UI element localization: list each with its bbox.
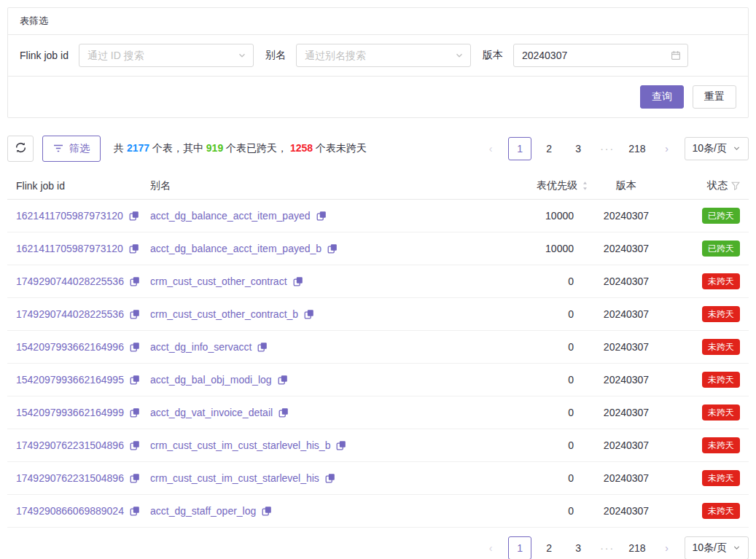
copy-icon[interactable] [129,243,139,254]
copy-icon[interactable] [130,506,140,516]
copy-icon[interactable] [130,375,140,385]
copy-icon[interactable] [130,407,140,418]
priority-value: 10000 [545,210,574,222]
page-ellipsis[interactable]: ··· [596,137,619,160]
status-badge: 未跨天 [702,404,740,421]
summary-suffix: 个表未跨天 [313,142,367,154]
flink-job-id-link[interactable]: 1749290762231504896 [16,439,124,451]
column-header-alias: 别名 [150,179,518,192]
version-date-picker[interactable] [513,44,688,67]
flink-job-id-input[interactable] [79,44,253,66]
page-last[interactable]: 218 [625,137,649,160]
copy-icon[interactable] [129,211,139,221]
copy-icon[interactable] [325,473,335,483]
page-3[interactable]: 3 [566,137,590,160]
prev-page-button[interactable]: ‹ [479,536,502,559]
alias-link[interactable]: acct_dg_balance_acct_item_payed_b [150,243,322,254]
table-body: 1621411705987973120 acct_dg_balance_acct… [7,200,749,528]
flink-job-id-label: Flink job id [20,50,69,61]
pagination-bottom-wrap: ‹ 1 2 3 ··· 218 › 10条/页 [7,536,749,559]
page-last[interactable]: 218 [625,536,649,559]
copy-icon[interactable] [257,342,268,352]
copy-icon[interactable] [293,276,303,286]
filter-button[interactable]: 筛选 [42,136,101,162]
copy-icon[interactable] [130,309,140,319]
alias-link[interactable]: acct_dg_balance_acct_item_payed [150,210,311,222]
alias-link[interactable]: acct_dg_staff_oper_log [150,505,256,517]
copy-icon[interactable] [262,506,272,516]
field-alias: 别名 [265,44,471,67]
flink-job-id-link[interactable]: 1621411705987973120 [16,243,123,254]
version-date-input[interactable] [514,44,687,66]
funnel-filter-icon[interactable] [731,181,740,190]
flink-job-id-link[interactable]: 1621411705987973120 [16,210,123,222]
priority-value: 0 [568,374,574,386]
version-value: 20240307 [604,243,649,254]
priority-value: 0 [568,275,574,287]
page-size-select[interactable]: 10条/页 [685,536,749,559]
copy-icon[interactable] [130,440,140,450]
alias-link[interactable]: crm_cust_cust_other_contract_b [150,308,298,320]
flink-job-id-select[interactable] [79,44,254,67]
priority-header-label: 表优先级 [537,179,577,192]
flink-job-id-link[interactable]: 1542097993662164996 [16,341,124,353]
page-1[interactable]: 1 [508,536,531,559]
copy-icon[interactable] [278,375,288,385]
alias-link[interactable]: acct_dg_info_servacct [150,341,252,353]
priority-value: 0 [568,341,574,353]
copy-icon[interactable] [304,309,314,319]
flink-job-id-link[interactable]: 1749290762231504896 [16,472,124,484]
status-badge: 已跨天 [702,241,740,257]
sync-icon [15,142,26,155]
search-button[interactable]: 查询 [640,85,684,109]
page-size-select[interactable]: 10条/页 [685,137,749,160]
copy-icon[interactable] [130,342,140,352]
alias-link[interactable]: acct_dg_bal_obj_modi_log [150,374,272,386]
flink-job-id-link[interactable]: 1749290744028225536 [16,308,124,320]
copy-icon[interactable] [336,440,346,450]
prev-page-button[interactable]: ‹ [479,137,502,160]
table-row: 1749290866069889024 acct_dg_staff_oper_l… [7,495,749,528]
alias-input[interactable] [297,44,470,66]
page-size-label: 10条/页 [693,542,727,555]
table-header-row: Flink job id 别名 表优先级 版本 状态 [7,172,749,200]
column-header-priority[interactable]: 表优先级 [518,179,588,192]
table-row: 1621411705987973120 acct_dg_balance_acct… [7,200,749,232]
copy-icon[interactable] [130,276,140,286]
alias-link[interactable]: crm_cust_cust_im_cust_starlevel_his_b [150,439,330,451]
summary-mid1: 个表，其中 [149,142,206,154]
status-badge: 未跨天 [702,470,740,486]
alias-select[interactable] [296,44,471,67]
flink-job-id-link[interactable]: 1749290744028225536 [16,275,124,287]
alias-link[interactable]: acct_dg_vat_invoice_detail [150,407,273,418]
field-flink-job-id: Flink job id [20,44,254,67]
page-3[interactable]: 3 [566,536,590,559]
next-page-button[interactable]: › [655,536,679,559]
copy-icon[interactable] [130,473,140,483]
page-1[interactable]: 1 [508,137,531,160]
page-ellipsis[interactable]: ··· [596,536,619,559]
copy-icon[interactable] [327,243,338,254]
copy-icon[interactable] [316,211,327,221]
flink-job-id-link[interactable]: 1542097993662164999 [16,407,124,418]
sort-carets-icon[interactable] [582,181,588,191]
flink-job-id-link[interactable]: 1749290866069889024 [16,505,124,517]
priority-value: 0 [568,505,574,517]
alias-link[interactable]: crm_cust_cust_im_cust_starlevel_his [150,472,319,484]
page-2[interactable]: 2 [537,536,561,559]
refresh-button[interactable] [7,136,34,162]
reset-button[interactable]: 重置 [693,85,736,109]
page-2[interactable]: 2 [537,137,561,160]
version-value: 20240307 [604,472,649,484]
table-row: 1749290762231504896 crm_cust_cust_im_cus… [7,429,749,462]
version-value: 20240307 [604,374,649,386]
alias-link[interactable]: crm_cust_cust_other_contract [150,275,287,287]
copy-icon[interactable] [278,407,289,418]
table-row: 1542097993662164999 acct_dg_vat_invoice_… [7,396,749,429]
status-badge: 未跨天 [702,306,740,322]
column-header-id: Flink job id [7,180,150,192]
flink-job-id-link[interactable]: 1542097993662164995 [16,374,124,386]
alias-label: 别名 [265,49,286,62]
filter-card: 表筛选 Flink job id 别名 [7,7,749,118]
next-page-button[interactable]: › [655,137,679,160]
